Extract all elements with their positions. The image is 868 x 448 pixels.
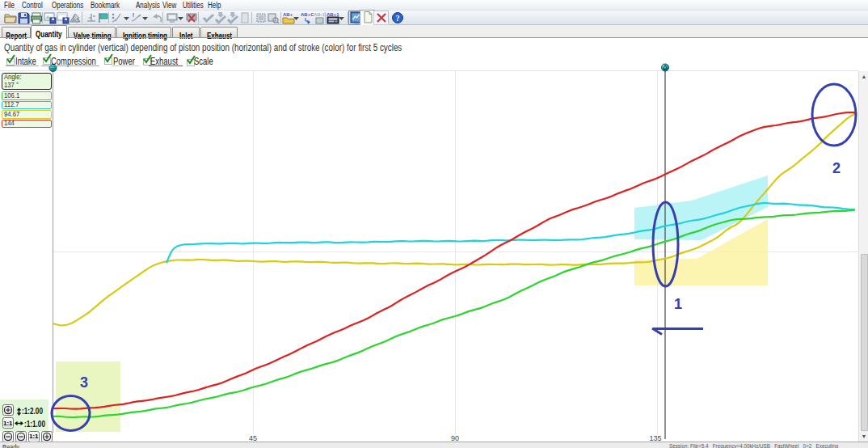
svg-text:2: 2 (832, 160, 841, 176)
svg-text:3: 3 (80, 374, 88, 391)
svg-text:AB+C: AB+C (301, 12, 314, 17)
svg-text:?: ? (396, 14, 400, 23)
svg-text:AB+1: AB+1 (327, 12, 339, 17)
svg-text:AB-1: AB-1 (314, 12, 326, 17)
svg-text:1: 1 (674, 296, 682, 312)
svg-text:AB+: AB+ (283, 12, 293, 17)
